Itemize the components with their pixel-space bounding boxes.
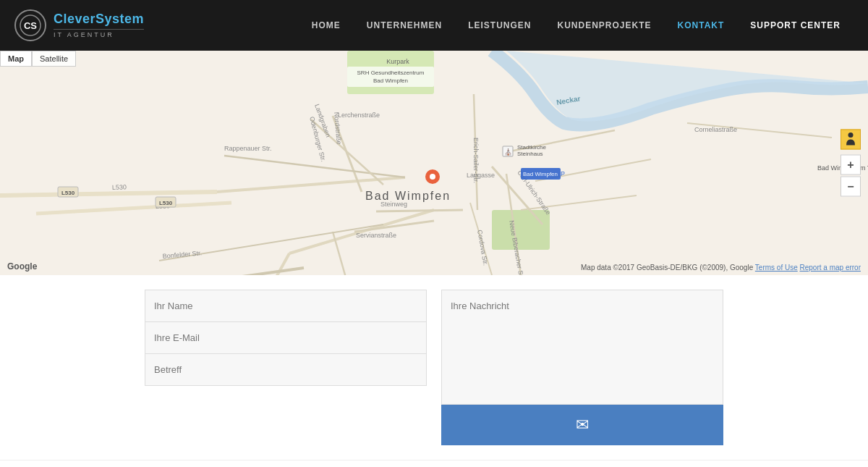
- svg-text:CS: CS: [24, 20, 37, 31]
- report-map-error-link[interactable]: Report a map error: [800, 264, 861, 272]
- nav-support-center[interactable]: SUPPORT CENTER: [737, 0, 854, 51]
- google-logo: Google: [7, 261, 37, 272]
- svg-text:Servianstraße: Servianstraße: [356, 232, 396, 239]
- terms-of-use-link[interactable]: Terms of Use: [755, 264, 798, 272]
- input-group-left: [145, 290, 427, 386]
- nav-home[interactable]: HOME: [299, 0, 354, 51]
- svg-text:P: P: [561, 170, 565, 177]
- svg-text:Stadtkirche: Stadtkirche: [517, 144, 547, 151]
- svg-rect-4: [492, 210, 550, 250]
- email-input[interactable]: [145, 322, 426, 354]
- svg-text:Lerchenstraße: Lerchenstraße: [338, 112, 380, 119]
- map-footer: Map data ©2017 GeoBasis-DE/BKG (©2009), …: [581, 264, 861, 272]
- svg-text:L530: L530: [159, 200, 173, 206]
- svg-text:Bad Wimpfen: Bad Wimpfen: [365, 190, 451, 202]
- map-data-attribution: Map data ©2017 GeoBasis-DE/BKG (©2009), …: [581, 264, 753, 272]
- message-wrapper: [441, 290, 723, 405]
- form-left-col: [145, 290, 427, 445]
- street-view-button[interactable]: [841, 130, 861, 150]
- nav-leistungen[interactable]: LEISTUNGEN: [455, 0, 544, 51]
- svg-point-64: [848, 132, 854, 138]
- svg-text:L530: L530: [61, 190, 75, 196]
- nav-kontakt[interactable]: KONTAKT: [665, 0, 738, 51]
- svg-text:Steinhaus: Steinhaus: [517, 151, 543, 157]
- map-controls: + −: [841, 130, 861, 197]
- logo-text: CleverSystem IT AGENTUR: [54, 12, 144, 38]
- subject-input[interactable]: [145, 354, 426, 385]
- bottom-bar: HF HFARAZM.COM WIR FREUEN UNS AUF IHRE N…: [0, 460, 868, 467]
- logo-subtitle: IT AGENTUR: [54, 29, 144, 39]
- nav-unternehmen[interactable]: UNTERNEHMEN: [354, 0, 455, 51]
- logo-icon: CS: [14, 9, 46, 41]
- svg-text:SRH Gesundheitszentrum: SRH Gesundheitszentrum: [357, 70, 425, 76]
- svg-text:Corneliastraße: Corneliastraße: [694, 126, 737, 133]
- map-container: L530 L530 L1107 Rappenauer Str. Bonfelde…: [0, 51, 868, 275]
- zoom-in-button[interactable]: +: [841, 155, 861, 175]
- svg-point-59: [430, 174, 435, 180]
- logo-brand: CleverSystem: [54, 12, 144, 28]
- nav-kundenprojekte[interactable]: KUNDENPROJEKTE: [545, 0, 665, 51]
- main-nav: HOME UNTERNEHMEN LEISTUNGEN KUNDENPROJEK…: [299, 0, 854, 51]
- contact-form-area: ✉: [0, 275, 868, 460]
- svg-text:Langasse: Langasse: [467, 172, 495, 179]
- name-input[interactable]: [145, 290, 426, 322]
- svg-text:⛪: ⛪: [504, 148, 513, 156]
- submit-button[interactable]: ✉: [441, 405, 723, 445]
- message-textarea[interactable]: [441, 290, 723, 405]
- map-svg: L530 L530 L1107 Rappenauer Str. Bonfelde…: [0, 51, 868, 275]
- form-right-col: ✉: [441, 290, 723, 445]
- svg-text:Rappenauer Str.: Rappenauer Str.: [224, 145, 272, 152]
- svg-text:Kurpark: Kurpark: [386, 58, 409, 65]
- send-icon: ✉: [576, 416, 589, 434]
- svg-text:Bad Wimpfen: Bad Wimpfen: [523, 171, 558, 177]
- zoom-out-button[interactable]: −: [841, 177, 861, 197]
- map-tab-satellite[interactable]: Satellite: [32, 51, 76, 67]
- map-tabs: Map Satellite: [0, 51, 76, 67]
- svg-text:L530: L530: [112, 183, 127, 191]
- form-row: ✉: [145, 290, 723, 445]
- svg-text:Bad Wimpfen: Bad Wimpfen: [373, 77, 408, 84]
- svg-line-10: [376, 210, 463, 211]
- header: CS CleverSystem IT AGENTUR HOME UNTERNEH…: [0, 0, 868, 51]
- map-tab-map[interactable]: Map: [0, 51, 32, 67]
- logo-area: CS CleverSystem IT AGENTUR: [14, 9, 144, 41]
